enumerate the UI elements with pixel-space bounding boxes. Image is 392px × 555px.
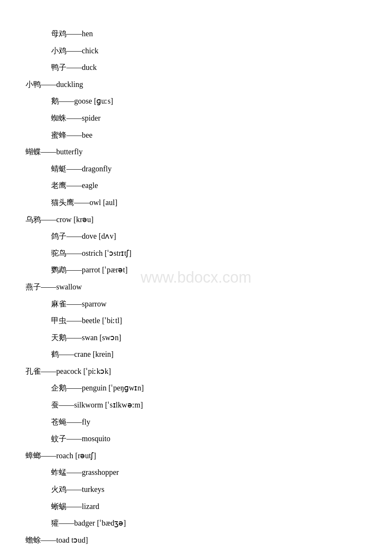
content: 母鸡——hen小鸡——chick鸭子——duck小鸭——duckling鹅——g… <box>0 17 392 555</box>
list-item: 蚱蜢——grasshopper <box>0 464 392 481</box>
list-item: 小鸡——chick <box>0 43 392 60</box>
list-item: 猫头鹰——owl [aul] <box>0 194 392 211</box>
list-item: 鹤——crane [krein] <box>0 346 392 363</box>
chinese-text: 驼鸟——ostrich [ˈɔstrɪtʃ] <box>51 249 131 257</box>
chinese-text: 蚕——silkworm [ˈsɪlkwəːm] <box>51 401 143 409</box>
list-item: 蟑螂——roach [rəutʃ] <box>0 448 392 465</box>
list-item: 蟾蜍——toad tɔud] <box>0 532 392 549</box>
list-item: 母鸡——hen <box>0 26 392 43</box>
list-item: 鸽子——dove [dʌv] <box>0 228 392 245</box>
list-item: 天鹅——swan [swɔn] <box>0 330 392 347</box>
chinese-text: 鹤——crane [krein] <box>51 350 113 358</box>
chinese-text: 蜜蜂——bee <box>51 131 92 139</box>
chinese-text: 小鸭——duckling <box>26 80 83 89</box>
chinese-text: 老鹰——eagle <box>51 181 98 190</box>
chinese-text: 母鸡——hen <box>51 29 93 38</box>
list-item: 小鸭——duckling <box>0 76 392 93</box>
list-item: 苍蝇——fly <box>0 414 392 431</box>
chinese-text: 蜻蜓——dragonfly <box>51 165 112 173</box>
list-item: 燕子——swallow <box>0 279 392 296</box>
chinese-text: 猫头鹰——owl [aul] <box>51 198 117 207</box>
chinese-text: 蚱蜢——grasshopper <box>51 468 119 477</box>
list-item: 驼鸟——ostrich [ˈɔstrɪtʃ] <box>0 245 392 262</box>
list-item: 麻雀——sparrow <box>0 296 392 313</box>
list-item: 鸭子——duck <box>0 59 392 76</box>
list-item: 孔雀——peacock [ˈpiːkɔk] <box>0 363 392 380</box>
chinese-text: 獾——badger [ˈbædʒə] <box>51 519 126 527</box>
chinese-text: 乌鸦——crow [krəu] <box>26 215 93 224</box>
chinese-text: 企鹅——penguin [ˈpeŋɡwɪn] <box>51 384 144 392</box>
list-item: 蚊子——mosquito <box>0 431 392 448</box>
chinese-text: 蜥蜴——lizard <box>51 502 99 511</box>
list-item: 蜘蛛——spider <box>0 110 392 127</box>
chinese-text: 蚊子——mosquito <box>51 434 110 443</box>
chinese-text: 鹦鹉——parrot [ˈpærət] <box>51 266 127 274</box>
chinese-text: 鸭子——duck <box>51 63 97 72</box>
list-item: 火鸡——turkeys <box>0 481 392 498</box>
list-item: 蜥蜴——lizard <box>0 498 392 515</box>
chinese-text: 小鸡——chick <box>51 46 98 55</box>
list-item: 蜜蜂——bee <box>0 127 392 144</box>
list-item: 蜻蜓——dragonfly <box>0 161 392 178</box>
list-item: 蚕——silkworm [ˈsɪlkwəːm] <box>0 397 392 414</box>
chinese-text: 鸽子——dove [dʌv] <box>51 232 116 240</box>
chinese-text: 蟑螂——roach [rəutʃ] <box>26 451 96 460</box>
list-item: 甲虫——beetle [ˈbiːtl] <box>0 312 392 330</box>
list-item: 鹅——goose [ɡuːs] <box>0 93 392 110</box>
chinese-text: 蜘蛛——spider <box>51 114 101 122</box>
chinese-text: 火鸡——turkeys <box>51 485 104 494</box>
chinese-text: 蝴蝶——butterfly <box>26 147 83 156</box>
list-item: 鹦鹉——parrot [ˈpærət] <box>0 262 392 279</box>
list-item: 乌鸦——crow [krəu] <box>0 211 392 228</box>
chinese-text: 鹅——goose [ɡuːs] <box>51 97 113 105</box>
list-item: 老鹰——eagle <box>0 177 392 194</box>
chinese-text: 孔雀——peacock [ˈpiːkɔk] <box>26 367 111 376</box>
list-item: 蝴蝶——butterfly <box>0 144 392 161</box>
chinese-text: 苍蝇——fly <box>51 418 90 426</box>
chinese-text: 麻雀——sparrow <box>51 300 107 308</box>
list-item: 獾——badger [ˈbædʒə] <box>0 515 392 532</box>
chinese-text: 蟾蜍——toad tɔud] <box>26 536 88 544</box>
chinese-text: 甲虫——beetle [ˈbiːtl] <box>51 316 122 325</box>
list-item: 企鹅——penguin [ˈpeŋɡwɪn] <box>0 380 392 397</box>
chinese-text: 燕子——swallow <box>26 283 82 291</box>
chinese-text: 天鹅——swan [swɔn] <box>51 333 121 342</box>
